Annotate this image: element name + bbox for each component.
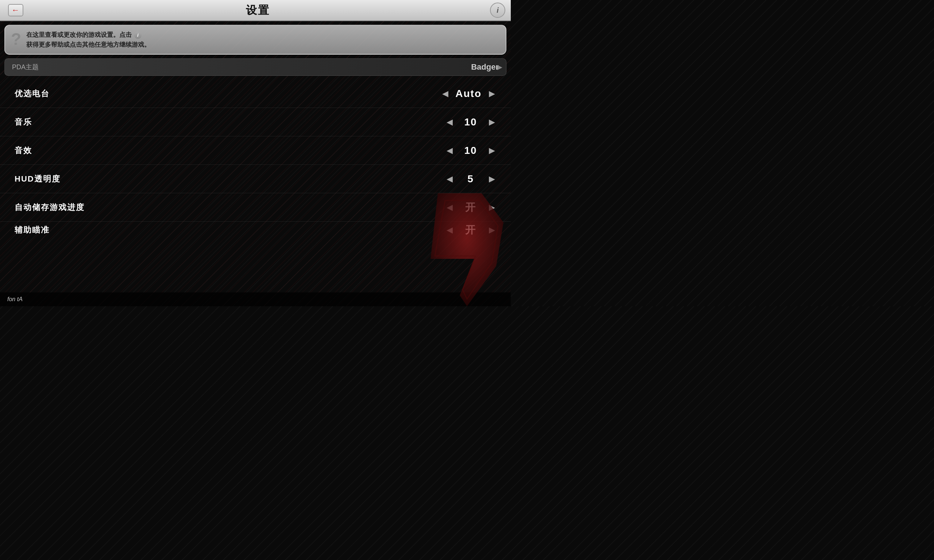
setting-label-hud: HUD透明度 <box>15 174 60 185</box>
pda-label: PDA主题 <box>12 63 39 71</box>
sfx-value: 10 <box>460 145 482 156</box>
radio-right-arrow[interactable]: ▶ <box>487 89 496 98</box>
help-line1: 在这里查看或更改你的游戏设置。点击 i <box>26 31 142 38</box>
pda-arrow-icon: ▶ <box>497 63 502 71</box>
autosave-value: 开 <box>460 200 482 214</box>
setting-row-music: 音乐 ◀ 10 ▶ <box>0 108 511 136</box>
hud-value: 5 <box>460 173 482 185</box>
autosave-left-arrow[interactable]: ◀ <box>445 203 454 212</box>
help-box: ? 在这里查看或更改你的游戏设置。点击 i 获得更多帮助或点击其他任意地方继续游… <box>5 25 506 55</box>
back-arrow-icon[interactable]: ← <box>8 4 23 16</box>
pda-value: Badger <box>471 62 499 72</box>
setting-row-autosave: 自动储存游戏进度 ◀ 开 ▶ <box>0 193 511 222</box>
setting-label-aim: 辅助瞄准 <box>15 225 49 235</box>
help-line2: 获得更多帮助或点击其他任意地方继续游戏。 <box>26 41 150 48</box>
hud-left-arrow[interactable]: ◀ <box>445 174 454 184</box>
pda-theme-bar[interactable]: PDA主题 Badger ▶ <box>5 58 506 76</box>
setting-label-autosave: 自动储存游戏进度 <box>15 202 85 213</box>
setting-label-radio: 优选电台 <box>15 88 49 99</box>
radio-value: Auto <box>455 88 482 100</box>
help-text: 在这里查看或更改你的游戏设置。点击 i 获得更多帮助或点击其他任意地方继续游戏。 <box>26 30 150 49</box>
autosave-right-arrow[interactable]: ▶ <box>487 203 496 212</box>
setting-row-hud: HUD透明度 ◀ 5 ▶ <box>0 165 511 193</box>
info-icon: i <box>496 6 499 15</box>
setting-control-hud: ◀ 5 ▶ <box>445 173 496 185</box>
setting-control-aim: ◀ 开 ▶ <box>445 223 496 237</box>
header-bar: ← 设置 i <box>0 0 511 21</box>
bottom-bar: fon tA <box>0 292 511 306</box>
setting-label-music: 音乐 <box>15 117 32 128</box>
setting-control-music: ◀ 10 ▶ <box>445 116 496 128</box>
info-button[interactable]: i <box>490 3 505 18</box>
setting-row-aim: 辅助瞄准 ◀ 开 ▶ <box>0 222 511 238</box>
setting-control-autosave: ◀ 开 ▶ <box>445 200 496 214</box>
page-title: 设置 <box>246 3 270 18</box>
aim-left-arrow[interactable]: ◀ <box>445 225 454 235</box>
question-mark-icon: ? <box>11 31 21 48</box>
setting-control-sfx: ◀ 10 ▶ <box>445 145 496 156</box>
radio-left-arrow[interactable]: ◀ <box>441 89 450 98</box>
aim-right-arrow[interactable]: ▶ <box>487 225 496 235</box>
sfx-left-arrow[interactable]: ◀ <box>445 146 454 155</box>
music-value: 10 <box>460 116 482 128</box>
aim-value: 开 <box>460 223 482 237</box>
setting-row-sfx: 音效 ◀ 10 ▶ <box>0 136 511 165</box>
info-inline-icon: i <box>134 32 142 39</box>
music-left-arrow[interactable]: ◀ <box>445 117 454 127</box>
back-button[interactable]: ← <box>5 3 26 18</box>
setting-row-radio: 优选电台 ◀ Auto ▶ <box>0 80 511 108</box>
arrow-symbol: ← <box>12 5 20 15</box>
music-right-arrow[interactable]: ▶ <box>487 117 496 127</box>
setting-control-radio: ◀ Auto ▶ <box>441 88 496 100</box>
bottom-text: fon tA <box>7 296 23 303</box>
main-container: ← 设置 i ? 在这里查看或更改你的游戏设置。点击 i 获得更多帮助或点击其他… <box>0 0 511 306</box>
setting-label-sfx: 音效 <box>15 145 32 156</box>
hud-right-arrow[interactable]: ▶ <box>487 174 496 184</box>
settings-list: 优选电台 ◀ Auto ▶ 音乐 ◀ 10 ▶ 音效 ◀ 10 ▶ <box>0 80 511 238</box>
sfx-right-arrow[interactable]: ▶ <box>487 146 496 155</box>
